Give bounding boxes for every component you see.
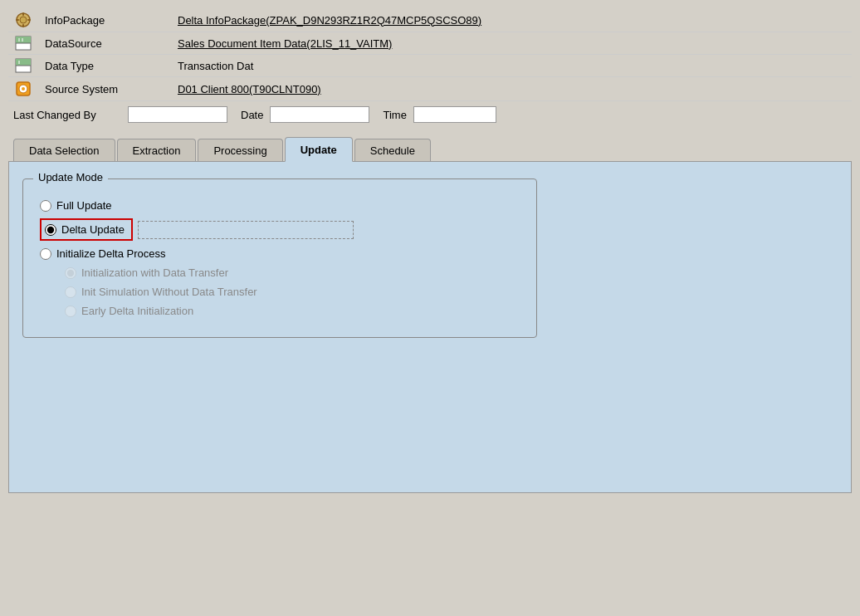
sourcesystem-value: D01 Client 800(T90CLNT090) xyxy=(171,77,852,101)
main-container: InfoPackage Delta InfoPackage(ZPAK_D9N29… xyxy=(0,0,860,616)
tab-update[interactable]: Update xyxy=(285,137,353,162)
datasource-value: Sales Document Item Data(2LIS_11_VAITM) xyxy=(171,32,852,55)
date-input[interactable] xyxy=(270,106,369,123)
source-system-icon xyxy=(8,77,38,101)
datatype-row: Data Type Transaction Dat xyxy=(8,55,852,77)
delta-update-highlight-box: Delta Update xyxy=(40,218,133,241)
sourcesystem-label: Source System xyxy=(38,77,171,101)
transaction-icon xyxy=(8,55,38,77)
initialize-delta-row: Initialize Delta Process xyxy=(40,247,520,260)
infopackage-label: InfoPackage xyxy=(38,8,171,32)
header-table: InfoPackage Delta InfoPackage(ZPAK_D9N29… xyxy=(8,8,852,101)
last-changed-row: Last Changed By Date Time xyxy=(8,106,852,123)
svg-point-1 xyxy=(20,17,27,23)
initialize-delta-label: Initialize Delta Process xyxy=(56,247,166,260)
init-with-data-radio[interactable] xyxy=(65,267,76,279)
svg-rect-7 xyxy=(16,37,31,43)
delta-update-row: Delta Update xyxy=(40,218,520,241)
infopackage-row: InfoPackage Delta InfoPackage(ZPAK_D9N29… xyxy=(8,8,852,32)
date-label: Date xyxy=(241,109,263,121)
datasource-row: DataSource Sales Document Item Data(2LIS… xyxy=(8,32,852,55)
datasource-icon xyxy=(8,32,38,55)
last-changed-label: Last Changed By xyxy=(13,109,121,121)
tab-content-update: Update Mode Full Update Delta Update Ini… xyxy=(8,161,852,493)
early-delta-row: Early Delta Initialization xyxy=(40,305,520,317)
initialize-delta-radio[interactable] xyxy=(40,248,51,260)
update-mode-legend: Update Mode xyxy=(33,171,108,183)
tab-processing[interactable]: Processing xyxy=(198,139,282,162)
early-delta-label: Early Delta Initialization xyxy=(81,305,193,317)
svg-rect-12 xyxy=(16,59,31,66)
time-input[interactable] xyxy=(413,106,496,123)
svg-rect-5 xyxy=(27,19,31,21)
init-sim-label: Init Simulation Without Data Transfer xyxy=(81,286,257,298)
datatype-label: Data Type xyxy=(38,55,171,77)
tab-extraction[interactable]: Extraction xyxy=(117,139,197,162)
last-changed-by-input[interactable] xyxy=(128,106,227,123)
full-update-row: Full Update xyxy=(40,199,520,212)
tabs-container: Data Selection Extraction Processing Upd… xyxy=(8,136,852,161)
sourcesystem-row: Source System D01 Client 800(T90CLNT090) xyxy=(8,77,852,101)
svg-rect-2 xyxy=(22,12,24,16)
svg-rect-3 xyxy=(22,24,24,27)
update-mode-box: Update Mode Full Update Delta Update Ini… xyxy=(22,178,537,338)
svg-rect-4 xyxy=(16,19,19,21)
early-delta-radio[interactable] xyxy=(65,306,76,317)
tab-data-selection[interactable]: Data Selection xyxy=(13,139,115,162)
time-label: Time xyxy=(383,109,406,121)
tab-schedule[interactable]: Schedule xyxy=(354,139,431,162)
dashed-extension xyxy=(138,221,354,239)
init-sim-radio[interactable] xyxy=(65,286,76,298)
datatype-value: Transaction Dat xyxy=(171,55,852,77)
datasource-label: DataSource xyxy=(38,32,171,55)
full-update-label: Full Update xyxy=(56,199,111,212)
full-update-radio[interactable] xyxy=(40,200,51,212)
init-with-data-label: Initialization with Data Transfer xyxy=(81,266,228,279)
gear-icon xyxy=(8,8,38,32)
delta-update-label: Delta Update xyxy=(61,223,125,236)
init-with-data-row: Initialization with Data Transfer xyxy=(40,266,520,279)
delta-update-radio[interactable] xyxy=(45,224,56,236)
init-sim-row: Init Simulation Without Data Transfer xyxy=(40,286,520,298)
infopackage-value: Delta InfoPackage(ZPAK_D9N293RZ1R2Q47MCP… xyxy=(171,8,852,32)
svg-point-17 xyxy=(22,87,25,90)
